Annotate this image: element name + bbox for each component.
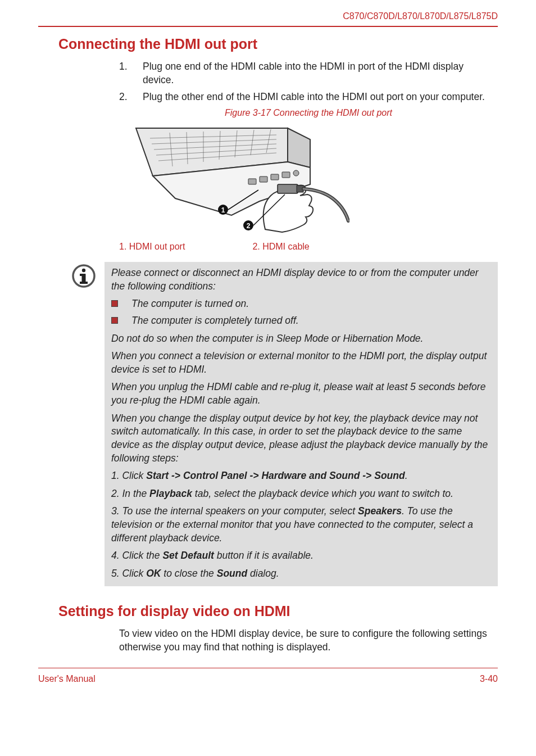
- figure-caption: Figure 3-17 Connecting the HDMI out port: [119, 107, 498, 119]
- connecting-step-2: 2. Plug the other end of the HDMI cable …: [119, 90, 493, 104]
- connecting-steps: 1. Plug one end of the HDMI cable into t…: [119, 60, 493, 103]
- info-p4: When you change the display output devic…: [111, 412, 492, 465]
- t: tab, select the playback device which yo…: [192, 488, 453, 499]
- t: Set Default: [162, 550, 214, 561]
- info-step-3: 3. To use the internal speakers on your …: [111, 505, 492, 545]
- svg-text:1: 1: [221, 206, 225, 214]
- header-rule: [38, 26, 498, 27]
- info-content: Please connect or disconnect an HDMI dis…: [105, 262, 498, 586]
- svg-marker-13: [288, 128, 310, 168]
- svg-rect-31: [80, 274, 85, 276]
- info-bullets: The computer is turned on. The computer …: [111, 297, 492, 327]
- info-step-5: 5. Click OK to close the Sound dialog.: [111, 567, 492, 581]
- figure-illustration: 1 2: [119, 123, 498, 239]
- bullet-square-icon: [111, 317, 118, 324]
- section-title-connecting: Connecting the HDMI out port: [58, 35, 498, 54]
- svg-rect-15: [248, 179, 256, 184]
- t: 1. Click: [111, 470, 146, 481]
- t: 3. To use the internal speakers on your …: [111, 505, 358, 517]
- section-title-settings: Settings for display video on HDMI: [58, 602, 498, 621]
- svg-rect-32: [80, 282, 88, 284]
- t: Playback: [149, 488, 192, 499]
- step-text: Plug the other end of the HDMI cable int…: [143, 90, 485, 104]
- svg-text:2: 2: [247, 222, 251, 230]
- figure-key: 1. HDMI out port 2. HDMI cable: [119, 241, 498, 253]
- t: 2. In the: [111, 488, 149, 499]
- bullet-text: The computer is completely turned off.: [131, 314, 299, 328]
- step-number: 1.: [119, 60, 133, 87]
- info-step-2: 2. In the Playback tab, select the playb…: [111, 487, 492, 501]
- t: Speakers: [358, 505, 402, 517]
- svg-rect-20: [278, 184, 298, 193]
- header-model-text: C870/C870D/L870/L870D/L875/L875D: [38, 10, 498, 26]
- settings-text: To view video on the HDMI display device…: [119, 627, 493, 654]
- info-p3: When you unplug the HDMI cable and re-pl…: [111, 381, 492, 407]
- info-step-1: 1. Click Start -> Control Panel -> Hardw…: [111, 469, 492, 483]
- t: 4. Click the: [111, 550, 162, 561]
- t: dialog.: [247, 568, 279, 579]
- footer-right: 3-40: [480, 673, 498, 685]
- info-p1: Do not do so when the computer is in Sle…: [111, 332, 492, 346]
- settings-body: To view video on the HDMI display device…: [119, 627, 493, 654]
- t: .: [405, 470, 408, 481]
- figure-key-1: 1. HDMI out port: [119, 241, 185, 253]
- page-footer: User's Manual 3-40: [38, 668, 498, 685]
- svg-point-19: [293, 170, 299, 176]
- connecting-step-1: 1. Plug one end of the HDMI cable into t…: [119, 60, 493, 87]
- info-p2: When you connect a television or externa…: [111, 350, 492, 376]
- svg-point-29: [82, 269, 85, 272]
- info-icon: [71, 262, 99, 293]
- figure-key-2: 2. HDMI cable: [252, 241, 309, 253]
- t: 5. Click: [111, 568, 146, 579]
- bullet-text: The computer is turned on.: [131, 297, 249, 311]
- t: OK: [146, 568, 161, 579]
- connecting-body: 1. Plug one end of the HDMI cable into t…: [119, 60, 493, 103]
- t: button if it is available.: [214, 550, 314, 561]
- info-bullet-1: The computer is turned on.: [111, 297, 492, 311]
- info-intro: Please connect or disconnect an HDMI dis…: [111, 266, 492, 293]
- step-number: 2.: [119, 90, 133, 104]
- info-step-4: 4. Click the Set Default button if it is…: [111, 549, 492, 563]
- info-bullet-2: The computer is completely turned off.: [111, 314, 492, 328]
- svg-rect-17: [271, 174, 279, 180]
- t: to close the: [161, 568, 216, 579]
- t: Start -> Control Panel -> Hardware and S…: [146, 470, 405, 481]
- info-note-block: Please connect or disconnect an HDMI dis…: [38, 262, 498, 586]
- step-text: Plug one end of the HDMI cable into the …: [143, 60, 493, 87]
- hdmi-connection-illustration: 1 2: [119, 123, 349, 235]
- footer-left: User's Manual: [38, 673, 96, 685]
- svg-rect-18: [282, 172, 290, 178]
- bullet-square-icon: [111, 300, 118, 307]
- t: Sound: [217, 568, 247, 579]
- svg-rect-16: [260, 176, 267, 182]
